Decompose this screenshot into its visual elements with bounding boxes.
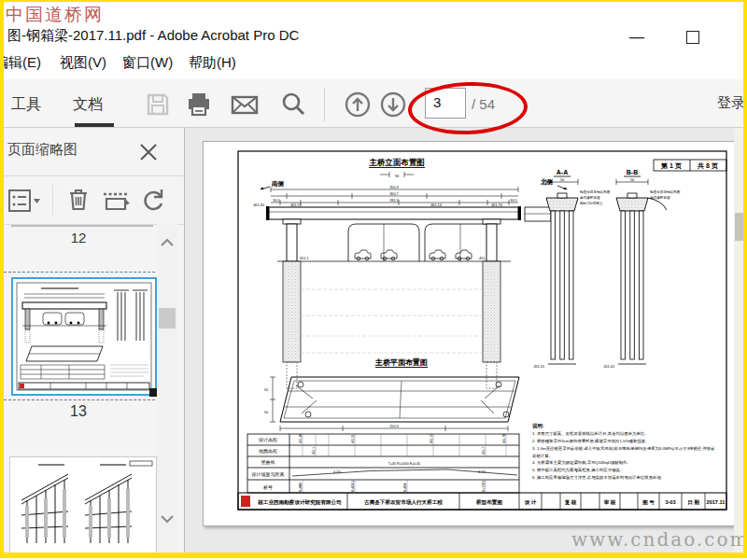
menu-edit[interactable]: 编辑(E) xyxy=(0,54,41,72)
rotate-pages-button[interactable] xyxy=(140,187,166,217)
svg-text:盆式橡胶支座: 盆式橡胶支座 xyxy=(580,195,600,200)
svg-text:0+094: 0+094 xyxy=(403,483,407,491)
svg-text:451.7: 451.7 xyxy=(482,447,486,455)
svg-text:451.1: 451.1 xyxy=(312,447,316,455)
company-name: 核工业西南勘察设计研究院有限公司 xyxy=(257,499,342,506)
svg-text:4.1%: 4.1% xyxy=(333,470,342,474)
svg-text:竖曲线: 竖曲线 xyxy=(261,459,275,466)
svg-text:0+034.5: 0+034.5 xyxy=(351,481,355,492)
selection-dotted-line-top xyxy=(4,272,174,273)
svg-text:461.30: 461.30 xyxy=(253,203,264,207)
svg-text:461.51: 461.51 xyxy=(290,203,302,207)
project-name: 古蔺县下桥农贸市场人行天桥工程 xyxy=(363,499,443,506)
svg-text:30.1: 30.1 xyxy=(273,199,279,203)
acrobat-window: 中国道桥网 图-钢箱梁-2017.11.pdf - Adobe Acrobat … xyxy=(0,0,747,560)
vertical-curve-value: T=45 R=1400 E=0.45 xyxy=(388,462,420,466)
note-line: 3. 1.0m直径桩基采用嵌岩桩,进入中风化泥岩(岩石饱和单轴抗压强度为3.0M… xyxy=(532,446,715,458)
svg-text:30.5: 30.5 xyxy=(510,199,516,203)
svg-text:461.13: 461.13 xyxy=(430,203,442,207)
svg-text:3-03: 3-03 xyxy=(665,499,675,505)
panel-divider-top xyxy=(0,175,184,176)
panel-scrollbar[interactable] xyxy=(157,224,177,553)
elevation-title: 主桥立面布置图 xyxy=(369,158,425,167)
site-watermark-top: 中国道桥网 xyxy=(6,3,104,27)
svg-text:审 核: 审 核 xyxy=(604,499,616,506)
profile-row-labels: 设计高程 地面高程 竖曲线 设计坡度与距离 桩号 xyxy=(251,437,285,490)
menu-window[interactable]: 窗口(W) xyxy=(122,54,173,72)
page-13-thumbnail[interactable] xyxy=(11,277,157,396)
svg-text:预埋件详见钢结构图: 预埋件详见钢结构图 xyxy=(580,189,611,194)
window-frame-top xyxy=(0,0,747,2)
thumbnail-options-icon xyxy=(7,189,41,213)
profile-table: 设计高程 地面高程 竖曲线 设计坡度与距离 桩号 461.30 461.51 4… xyxy=(247,434,519,493)
svg-text:地面高程: 地面高程 xyxy=(258,448,277,455)
panel-scroll-up-button[interactable] xyxy=(160,235,175,252)
delete-pages-button[interactable] xyxy=(65,187,92,217)
svg-text:50: 50 xyxy=(630,178,634,182)
save-button[interactable] xyxy=(144,91,172,119)
note-line: 1. 本图尺寸标高、里程及竖曲线以米计外,其余均以厘米为单位。 xyxy=(532,431,649,436)
page-13-thumbnail-image xyxy=(13,279,155,394)
svg-text:盆式橡胶支座: 盆式橡胶支座 xyxy=(650,195,670,200)
menu-help[interactable]: 帮助(H) xyxy=(189,54,236,72)
panel-scrollbar-thumb[interactable] xyxy=(159,308,176,329)
svg-text:50: 50 xyxy=(560,178,564,182)
svg-text:461.51: 461.51 xyxy=(351,434,355,443)
plan-title: 主桥平面布置图 xyxy=(374,357,428,367)
title-block: 核工业西南勘察设计研究院有限公司 古蔺县下桥农贸市场人行天桥工程 桥型布置图 设… xyxy=(238,493,726,510)
company-logo xyxy=(241,496,250,507)
previous-page-button[interactable] xyxy=(344,91,372,119)
svg-text:461.70: 461.70 xyxy=(502,434,506,443)
soil-layer-lines xyxy=(301,289,483,353)
svg-text:281.3: 281.3 xyxy=(389,199,399,203)
panel-close-button[interactable] xyxy=(136,140,161,168)
selection-dotted-line-bottom xyxy=(4,399,174,400)
svg-text:预埋件详见钢结构图: 预埋件详见钢结构图 xyxy=(650,189,681,194)
section-a-callouts: 预埋件详见钢结构图 盆式橡胶支座 墩柱C50混凝土 xyxy=(579,189,611,205)
svg-text:2017.11: 2017.11 xyxy=(707,499,726,505)
page-up-icon xyxy=(344,91,372,119)
chevron-down-icon xyxy=(160,513,175,525)
sheet-page-table: 第 1 页 共 8 页 xyxy=(654,160,726,171)
extract-pages-button[interactable] xyxy=(101,187,131,217)
page-12-thumbnail-edge[interactable] xyxy=(11,225,153,227)
section-b-b: B-B 50 451.05 预埋件详见钢结构图 盆式橡胶支座 xyxy=(603,169,680,369)
page-13-label[interactable]: 13 xyxy=(0,403,157,420)
svg-text:墩柱C50混凝土: 墩柱C50混凝土 xyxy=(579,201,603,205)
login-button[interactable]: 登录 xyxy=(717,94,745,112)
email-icon xyxy=(230,91,260,119)
page-14-thumbnail-image xyxy=(10,457,156,553)
extract-pages-icon xyxy=(101,187,131,213)
print-button[interactable] xyxy=(185,91,213,119)
page-12-label[interactable]: 12 xyxy=(0,230,157,245)
section-b-label: B-B xyxy=(627,169,638,175)
next-page-button[interactable] xyxy=(379,91,407,119)
side-labels: 南侧 北侧 xyxy=(261,178,567,189)
svg-text:150.3: 150.3 xyxy=(389,425,399,428)
search-button[interactable] xyxy=(279,91,307,119)
svg-text:461.13: 461.13 xyxy=(430,434,433,443)
left-pier xyxy=(283,219,301,388)
window-title: 图-钢箱梁-2017.11.pdf - Adobe Acrobat Pro DC xyxy=(7,27,299,45)
minimize-button[interactable]: — xyxy=(618,24,655,50)
window-frame-right xyxy=(743,0,747,558)
thumbnails-panel-title: 页面缩略图 xyxy=(7,141,78,159)
panel-scroll-down-button[interactable] xyxy=(160,511,175,528)
tab-tools[interactable]: 工具 xyxy=(11,95,41,115)
section-a-a: A-A 50 451.05 预埋件详见钢结构图 盆式橡胶支座 墩柱C50混凝土 xyxy=(533,169,610,369)
menu-view[interactable]: 视图(V) xyxy=(60,54,106,72)
svg-text:4.1%: 4.1% xyxy=(478,470,486,474)
svg-text:461.70: 461.70 xyxy=(491,203,502,207)
svg-text:50: 50 xyxy=(264,388,268,392)
thumbnail-options-button[interactable] xyxy=(7,189,41,217)
sheet-page-right: 共 8 页 xyxy=(697,162,718,170)
svg-text:0+000: 0+000 xyxy=(299,483,303,491)
svg-text:图 号: 图 号 xyxy=(642,499,655,506)
toolbar xyxy=(0,79,747,128)
email-button[interactable] xyxy=(230,91,258,119)
page-14-thumbnail[interactable] xyxy=(9,456,157,554)
svg-text:0+128.3: 0+128.3 xyxy=(482,481,486,492)
panel-toolbar-divider xyxy=(52,185,53,215)
tab-document[interactable]: 文档 xyxy=(73,95,103,115)
maximize-button[interactable] xyxy=(674,24,712,50)
